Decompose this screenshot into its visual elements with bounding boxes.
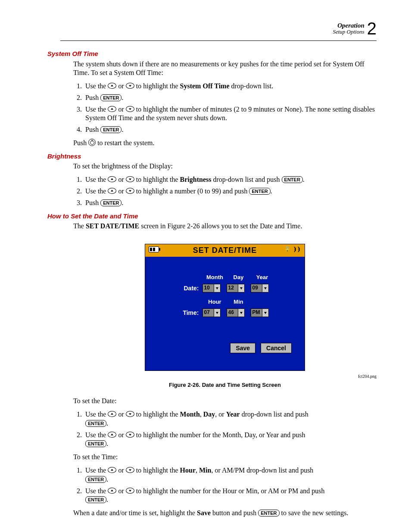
bri-step-1: Use the or to highlight the Brightness d… <box>84 175 377 184</box>
bri-steps: Use the or to highlight the Brightness d… <box>73 175 377 207</box>
date-intro: To set the Date: <box>73 397 377 406</box>
enter-key-icon: ENTER <box>100 94 121 101</box>
device-title-bar: SET DATE/TIME 🔒 ⦘⦘ <box>145 244 305 257</box>
down-arrow-icon <box>126 83 134 89</box>
year-label: Year <box>250 274 274 281</box>
figure-caption: Figure 2-26. Date and Time Setting Scree… <box>73 382 377 389</box>
date-row-label: Date: <box>175 284 202 292</box>
up-arrow-icon <box>108 411 116 417</box>
sot-step-2: Push ENTER. <box>84 93 377 103</box>
enter-key-icon: ENTER <box>100 199 121 206</box>
save-button[interactable]: Save <box>230 343 255 353</box>
enter-key-icon: ENTER <box>249 188 270 195</box>
bri-step-3: Push ENTER. <box>84 199 377 208</box>
down-arrow-icon <box>126 188 134 194</box>
up-arrow-icon <box>108 106 116 112</box>
down-arrow-icon <box>126 467 134 473</box>
chevron-down-icon <box>238 309 244 317</box>
up-arrow-icon <box>108 488 116 494</box>
enter-key-icon: ENTER <box>282 176 303 183</box>
time-steps: Use the or to highlight the Hour, Min, o… <box>73 466 377 504</box>
sot-restart: Push to restart the system. <box>73 139 377 148</box>
month-label: Month <box>203 274 227 281</box>
up-arrow-icon <box>108 467 116 473</box>
battery-icon <box>149 246 159 252</box>
section-brightness: Brightness <box>47 152 377 161</box>
chapter-number: 2 <box>367 17 377 40</box>
date-step-1: Use the or to highlight the Month, Day, … <box>84 410 377 428</box>
month-dropdown[interactable]: 10 <box>202 284 221 292</box>
enter-key-icon: ENTER <box>85 496 106 503</box>
hour-label: Hour <box>203 299 227 306</box>
time-step-2: Use the or to highlight the number for t… <box>84 487 377 505</box>
down-arrow-icon <box>126 411 134 417</box>
min-label: Min <box>227 299 250 306</box>
dt-intro: The SET DATE/TIME screen in Figure 2-26 … <box>73 222 377 231</box>
enter-key-icon: ENTER <box>85 476 106 483</box>
day-dropdown[interactable]: 12 <box>227 284 245 292</box>
date-steps: Use the or to highlight the Month, Day, … <box>73 410 377 448</box>
down-arrow-icon <box>126 432 134 438</box>
sot-step-1: Use the or to highlight the System Off T… <box>84 82 377 91</box>
device-title: SET DATE/TIME <box>193 246 257 255</box>
device-screen: SET DATE/TIME 🔒 ⦘⦘ Month Day Year Date: … <box>145 244 305 371</box>
enter-key-icon: ENTER <box>85 440 106 447</box>
enter-key-icon: ENTER <box>85 420 106 427</box>
chevron-down-icon <box>262 309 268 317</box>
sot-step-3: Use the or to highlight the number of mi… <box>84 105 377 123</box>
bri-step-2: Use the or to highlight a number (0 to 9… <box>84 187 377 196</box>
enter-key-icon: ENTER <box>100 126 121 133</box>
cancel-button[interactable]: Cancel <box>261 343 292 353</box>
section-system-off-time: System Off Time <box>47 50 377 58</box>
date-step-2: Use the or to highlight the number for t… <box>84 431 377 449</box>
up-arrow-icon <box>108 432 116 438</box>
up-arrow-icon <box>108 176 116 182</box>
up-arrow-icon <box>108 83 116 89</box>
final-note: When a date and/or time is set, highligh… <box>73 509 377 518</box>
header-subtitle: Setup Options <box>333 29 364 35</box>
sot-step-4: Push ENTER. <box>84 125 377 134</box>
enter-key-icon: ENTER <box>258 510 279 516</box>
page-header: Operation Setup Options 2 <box>60 17 377 41</box>
chevron-down-icon <box>214 284 220 292</box>
year-dropdown[interactable]: 09 <box>251 284 269 292</box>
sot-intro: The system shuts down if there are no me… <box>73 60 377 78</box>
chevron-down-icon <box>238 284 244 292</box>
time-intro: To set the Time: <box>73 453 377 462</box>
chevron-down-icon <box>214 309 220 317</box>
chevron-down-icon <box>262 284 268 292</box>
time-step-1: Use the or to highlight the Hour, Min, o… <box>84 466 377 484</box>
header-title: Operation <box>333 22 364 29</box>
sot-steps: Use the or to highlight the System Off T… <box>73 82 377 134</box>
day-label: Day <box>227 274 250 281</box>
down-arrow-icon <box>126 106 134 112</box>
ampm-dropdown[interactable]: PM <box>251 308 269 317</box>
min-dropdown[interactable]: 46 <box>227 308 245 317</box>
power-icon <box>88 139 96 146</box>
sound-icon: 🔒 ⦘⦘ <box>284 246 301 253</box>
down-arrow-icon <box>126 488 134 494</box>
device-body: Month Day Year Date: 10 12 09 Hour Min T… <box>145 257 305 370</box>
up-arrow-icon <box>108 188 116 194</box>
section-date-time: How to Set the Date and Time <box>47 212 377 221</box>
hour-dropdown[interactable]: 07 <box>202 308 221 317</box>
down-arrow-icon <box>126 176 134 182</box>
bri-intro: To set the brightness of the Display: <box>73 162 377 171</box>
time-row-label: Time: <box>175 309 202 317</box>
image-filename: fct204.png <box>73 373 377 379</box>
